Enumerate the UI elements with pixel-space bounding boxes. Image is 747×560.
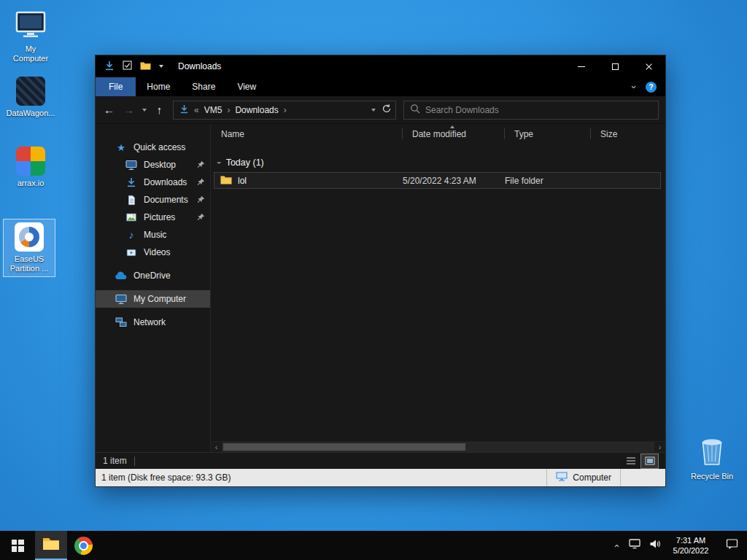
onedrive-cloud-icon — [115, 271, 128, 280]
close-button[interactable] — [632, 55, 665, 77]
sidebar-item-music[interactable]: ♪ Music — [96, 226, 210, 244]
pin-icon — [197, 160, 205, 171]
title-bar[interactable]: Downloads — [96, 55, 665, 77]
sidebar-item-my-computer[interactable]: My Computer — [96, 290, 210, 308]
sidebar-item-desktop[interactable]: Desktop — [96, 156, 210, 174]
action-center-button[interactable] — [716, 531, 747, 560]
sidebar-item-quick-access[interactable]: ★ Quick access — [96, 139, 210, 156]
quick-access-toolbar-caret-icon[interactable] — [159, 65, 163, 68]
tray-show-hidden-icons-button[interactable]: › — [607, 531, 624, 560]
disk-free-space-text: 1 item (Disk free space: 93.3 GB) — [96, 472, 546, 483]
group-collapse-chevron-icon[interactable]: › — [215, 161, 224, 164]
downloads-window-icon — [104, 61, 115, 73]
expand-ribbon-chevron-icon[interactable]: › — [628, 85, 639, 88]
recycle-bin-icon — [700, 437, 724, 469]
navigation-pane: ★ Quick access Desktop Downlo — [96, 124, 211, 452]
file-type: File folder — [505, 173, 591, 188]
help-icon[interactable]: ? — [646, 82, 657, 93]
properties-check-icon[interactable] — [123, 61, 132, 72]
column-header-size[interactable]: Size — [590, 124, 647, 144]
column-header-row: Name Date modified Type Size — [211, 124, 665, 144]
scrollbar-track[interactable] — [222, 442, 654, 452]
pin-icon — [197, 213, 205, 223]
action-center-icon — [726, 538, 738, 553]
sort-ascending-icon — [450, 125, 454, 128]
column-header-date-modified[interactable]: Date modified — [402, 124, 504, 144]
desktop-icon-label: My Computer — [7, 44, 55, 63]
sidebar-item-label: Network — [133, 317, 166, 327]
desktop-icon-label: Recycle Bin — [691, 472, 733, 481]
scrollbar-thumb[interactable] — [223, 443, 465, 451]
sidebar-spacer — [96, 284, 210, 290]
folder-icon — [220, 175, 232, 187]
speaker-icon — [649, 539, 661, 552]
search-input[interactable] — [425, 105, 652, 115]
ethernet-network-icon — [629, 539, 640, 552]
tray-volume-button[interactable] — [645, 531, 665, 560]
sidebar-item-pictures[interactable]: Pictures — [96, 209, 210, 226]
sidebar-item-documents[interactable]: Documents — [96, 191, 210, 209]
minimize-button[interactable] — [565, 55, 598, 77]
computer-icon — [556, 472, 568, 483]
new-folder-icon[interactable] — [140, 61, 151, 72]
up-button[interactable]: ↑ — [150, 101, 169, 120]
empty-file-area[interactable] — [211, 189, 665, 441]
tab-share[interactable]: Share — [181, 77, 226, 96]
videos-icon — [125, 248, 138, 257]
forward-button[interactable]: → — [120, 101, 138, 120]
maximize-button[interactable] — [598, 55, 632, 77]
desktop-icon-recycle-bin[interactable]: Recycle Bin — [686, 433, 738, 485]
tab-home[interactable]: Home — [136, 77, 181, 96]
taskbar-chrome-button[interactable] — [67, 531, 99, 560]
recent-locations-caret[interactable] — [139, 101, 149, 120]
taskbar-clock[interactable]: 7:31 AM 5/20/2022 — [665, 531, 716, 560]
tab-view[interactable]: View — [226, 77, 267, 96]
column-header-name[interactable]: Name — [211, 124, 402, 144]
file-row-lol[interactable]: lol 5/20/2022 4:23 AM File folder — [214, 172, 661, 189]
breadcrumb-vm5[interactable]: VM5 — [204, 105, 222, 115]
sidebar-item-label: Pictures — [144, 212, 175, 222]
horizontal-scrollbar[interactable]: ‹ › — [211, 441, 665, 452]
sidebar-item-downloads[interactable]: Downloads — [96, 174, 210, 191]
taskbar-file-explorer-button[interactable] — [35, 531, 67, 560]
address-bar[interactable]: « VM5 › Downloads › — [173, 101, 396, 120]
desktop-icon-my-computer[interactable]: My Computer — [4, 7, 57, 67]
sidebar-item-network[interactable]: Network — [96, 314, 210, 331]
breadcrumb-separator-icon[interactable]: › — [284, 105, 287, 115]
navigation-bar: ← → ↑ « VM5 › Downloads › — [96, 96, 665, 124]
sidebar-item-label: Music — [144, 230, 166, 240]
back-button[interactable]: ← — [100, 101, 118, 120]
search-box[interactable] — [403, 101, 659, 120]
column-header-type[interactable]: Type — [504, 124, 590, 144]
sidebar-item-onedrive[interactable]: OneDrive — [96, 267, 210, 284]
desktop-icon-datawagon[interactable]: DataWagon... — [4, 73, 57, 122]
computer-zone-label: Computer — [573, 472, 611, 483]
tab-label: Share — [192, 82, 215, 92]
group-header-today[interactable]: › Today (1) — [211, 154, 665, 171]
breadcrumb-downloads[interactable]: Downloads — [235, 105, 278, 115]
start-button[interactable] — [0, 531, 35, 560]
sidebar-item-label: Downloads — [144, 177, 187, 187]
tab-file[interactable]: File — [96, 77, 136, 96]
sidebar-item-label: Quick access — [133, 142, 185, 152]
details-view-button[interactable] — [622, 454, 639, 468]
file-explorer-window: Downloads File Home Share View › ? ← → ↑ — [95, 55, 666, 487]
tray-network-button[interactable] — [624, 531, 645, 560]
desktop-icon-arrax[interactable]: arrax.io — [4, 143, 57, 192]
refresh-icon[interactable] — [382, 104, 392, 116]
desktop-icon-easeus-partition[interactable]: EaseUS Partition ... — [3, 219, 55, 277]
tab-label: Home — [147, 82, 170, 92]
desktop: My Computer DataWagon... arrax.io EaseUS… — [0, 0, 747, 560]
sidebar-spacer — [96, 308, 210, 314]
breadcrumb-separator-icon[interactable]: › — [227, 105, 230, 115]
scroll-right-arrow-icon[interactable]: › — [654, 442, 665, 453]
large-icons-view-button[interactable] — [641, 454, 658, 468]
breadcrumb-overflow[interactable]: « — [194, 105, 199, 115]
address-dropdown-caret-icon[interactable] — [371, 109, 376, 112]
desktop-icon-label: DataWagon... — [7, 109, 55, 118]
status-divider — [134, 456, 135, 466]
sidebar-item-videos[interactable]: Videos — [96, 244, 210, 261]
datawagon-icon — [16, 77, 45, 106]
minimize-icon — [578, 66, 585, 67]
scroll-left-arrow-icon[interactable]: ‹ — [211, 442, 222, 453]
